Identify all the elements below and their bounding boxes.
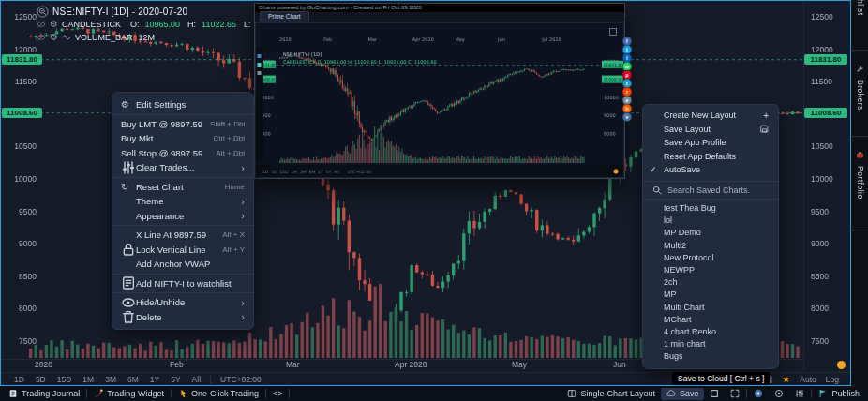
menu-item-create-new-layout[interactable]: Create New Layout+ xyxy=(643,109,778,123)
cloud-icon xyxy=(666,389,676,398)
saved-chart-2ch[interactable]: 2ch xyxy=(643,276,778,289)
menu-item-save-app-profile[interactable]: Save App Profile xyxy=(643,136,778,150)
menu-item-edit-settings[interactable]: ⚙Edit Settings xyxy=(112,97,253,112)
stop-button[interactable] xyxy=(704,388,725,400)
mixer-button[interactable] xyxy=(789,388,810,400)
volume-settings-icon[interactable]: ⚙ xyxy=(50,33,58,42)
saved-charts-search[interactable] xyxy=(643,181,778,200)
divider xyxy=(289,389,290,398)
side-tab-portfolio[interactable]: Portfolio xyxy=(852,142,868,230)
timeframe-1m[interactable]: 1M xyxy=(77,375,99,384)
menu-item-label: Theme xyxy=(136,196,164,206)
saved-chart-mp[interactable]: MP xyxy=(643,289,778,301)
timeframe-1d[interactable]: 1D xyxy=(8,375,30,384)
side-tab-label: Portfolio xyxy=(856,166,865,200)
saved-chart-lol[interactable]: lol xyxy=(643,215,778,227)
chart-panel[interactable]: 1250012000115001050010000950090008500800… xyxy=(0,0,851,386)
star-icon[interactable]: ★ xyxy=(782,375,790,384)
volume-study-name: VOLUME_BAR xyxy=(75,33,133,42)
divider xyxy=(265,389,266,398)
menu-item-x-line-at-9897-59[interactable]: X Line At 9897.59Alt + X xyxy=(112,228,253,243)
timeframe-5d[interactable]: 5D xyxy=(30,375,52,384)
timeframe-3m[interactable]: 3M xyxy=(99,375,122,384)
menu-item-reset-chart[interactable]: ↻Reset ChartHome xyxy=(112,180,253,195)
symbol-title[interactable]: NSE:NIFTY-I [1D] - 2020-07-20 xyxy=(52,7,187,17)
target-button[interactable] xyxy=(769,388,789,400)
saved-chart-multi2[interactable]: Multi2 xyxy=(643,239,778,251)
fullscreen-button[interactable] xyxy=(725,388,745,400)
chart-preview-popup: Charts powered by GoCharting.com - Creat… xyxy=(254,3,625,179)
lock-icon xyxy=(121,242,136,257)
preview-tab[interactable]: Prime Chart xyxy=(260,11,309,22)
menu-item-lock-vertical-line[interactable]: Lock Vertical LineAlt + Y xyxy=(112,243,253,258)
hide-volume-icon[interactable] xyxy=(37,33,46,42)
trading-journal-button[interactable]: Trading Journal xyxy=(3,388,85,400)
side-tab-watchlist[interactable]: Watchlist xyxy=(852,0,868,51)
side-tab-brokers[interactable]: Brokers xyxy=(852,56,868,137)
menu-item-save-layout[interactable]: Save Layout xyxy=(643,123,778,137)
save-button[interactable]: Save xyxy=(661,388,705,400)
saved-chart-test-thea-bug[interactable]: test Thea Bug xyxy=(643,202,778,215)
saved-chart-multi-chart[interactable]: Multi Chart xyxy=(643,301,778,313)
trading-widget-label: Trading Widget xyxy=(107,389,164,398)
saved-chart-1-min-chart[interactable]: 1 min chart xyxy=(643,338,778,350)
menu-item-label: Appearance xyxy=(136,211,184,221)
gear-icon: ⚙ xyxy=(121,99,136,110)
trash-icon xyxy=(121,309,136,324)
menu-item-buy-lmt-9897-59[interactable]: Buy LMT @ 9897.59Shift + Dbl xyxy=(112,117,253,132)
time-label-may: May xyxy=(512,360,527,369)
menu-item-sell-stop-9897-59[interactable]: Sell Stop @ 9897.59Alt + Dbl xyxy=(112,146,253,161)
menu-item-appearance[interactable]: Appearance› xyxy=(112,209,253,224)
saved-charts-search-input[interactable] xyxy=(667,186,765,195)
price-tick: 8500 xyxy=(19,272,37,281)
divider xyxy=(210,376,211,384)
publish-button[interactable]: Publish xyxy=(813,388,865,400)
price-tick: 10000 xyxy=(14,174,37,184)
menu-item-label: Hide/Unhide xyxy=(136,297,185,307)
hide-study-icon[interactable] xyxy=(37,20,46,29)
saved-chart-new-protocol[interactable]: New Protocol xyxy=(643,251,778,263)
saved-chart-mchart[interactable]: MChart xyxy=(643,313,778,325)
code-button[interactable]: <> xyxy=(267,388,289,400)
menu-item-hide-unhide[interactable]: Hide/Unhide› xyxy=(112,295,253,310)
share-vk-icon[interactable]: v xyxy=(622,112,632,122)
menu-item-delete[interactable]: Delete› xyxy=(112,310,253,325)
plus-icon: + xyxy=(763,111,769,121)
one-click-trading-button[interactable]: One-Click Trading xyxy=(172,388,264,400)
menu-item-add-anchor-vwap[interactable]: Add Anchor VWAP xyxy=(112,257,253,272)
timeframe-15d[interactable]: 15D xyxy=(52,375,78,384)
scale-controls: ▦ ★ Auto Log xyxy=(764,375,843,384)
menu-item-label: Add NIFTY-I to watchlist xyxy=(136,278,232,289)
trading-widget-button[interactable]: Trading Widget xyxy=(88,388,170,400)
saved-chart-mp-demo[interactable]: MP Demo xyxy=(643,227,778,239)
snapshot-button[interactable] xyxy=(748,388,769,400)
single-chart-layout-button[interactable]: Single-Chart Layout xyxy=(561,388,661,400)
menu-item-label: Buy Mkt xyxy=(121,133,153,143)
price-tick: 9000 xyxy=(811,239,829,248)
timezone-label[interactable]: UTC+02:00 xyxy=(215,375,267,384)
sliders-icon xyxy=(121,160,136,175)
timeframe-all[interactable]: All xyxy=(187,375,206,384)
zoom-out-icon[interactable] xyxy=(37,6,49,18)
menu-item-add-nifty-i-to-watchlist[interactable]: Add NIFTY-I to watchlist xyxy=(112,276,253,291)
menu-item-reset-app-defaults[interactable]: Reset App Defaults xyxy=(643,150,778,164)
timeframe-5y[interactable]: 5Y xyxy=(165,375,186,384)
log-scale-toggle[interactable]: Log xyxy=(826,375,839,384)
saved-chart-newpp[interactable]: NEWPP xyxy=(643,263,778,275)
saved-chart-bugs[interactable]: Bugs xyxy=(643,350,778,363)
auto-scale-toggle[interactable]: Auto xyxy=(800,375,816,384)
menu-item-clear-trades[interactable]: Clear Trades...› xyxy=(112,160,253,175)
timeframe-1y[interactable]: 1Y xyxy=(144,375,165,384)
menu-item-label: Delete xyxy=(136,312,161,322)
menu-item-autosave[interactable]: ✓AutoSave xyxy=(643,163,778,177)
price-tick: 12500 xyxy=(14,12,37,22)
study-settings-icon[interactable]: ⚙ xyxy=(50,20,58,29)
price-tick: 9000 xyxy=(19,239,37,248)
price-tick: 12000 xyxy=(14,45,37,54)
wrench-icon xyxy=(856,60,864,77)
menu-item-theme[interactable]: Theme› xyxy=(112,194,253,209)
saved-chart-4-chart-renko[interactable]: 4 chart Renko xyxy=(643,325,778,337)
menu-item-buy-mkt[interactable]: Buy MktCtrl + Dbl xyxy=(112,131,253,146)
timeframe-6m[interactable]: 6M xyxy=(122,375,144,384)
app-root: 1250012000115001050010000950090008500800… xyxy=(0,0,868,401)
